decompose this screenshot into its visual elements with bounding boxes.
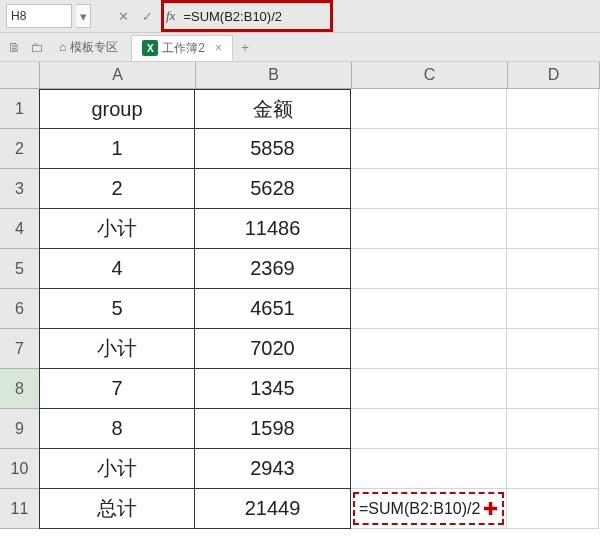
tab-label: 工作簿2 [162,40,205,57]
row-header[interactable]: 10 [0,449,40,489]
folder-icon[interactable]: 🗀 [26,37,46,57]
cell-B5[interactable]: 2369 [195,249,351,289]
col-header-B[interactable]: B [196,62,352,88]
col-header-D[interactable]: D [508,62,600,88]
col-header-C[interactable]: C [352,62,508,88]
cell-B1[interactable]: 金额 [195,89,351,129]
row-header[interactable]: 8 [0,369,40,409]
name-box-dropdown-icon[interactable]: ▾ [76,4,91,28]
select-all-corner[interactable] [0,62,40,88]
cell-A3[interactable]: 2 [39,169,195,209]
tab-label: 模板专区 [70,39,118,56]
excel-icon: X [142,40,158,56]
cell-C3[interactable] [351,169,507,209]
cursor-icon: ✚ [483,498,498,520]
cell-D8[interactable] [507,369,599,409]
cell-C2[interactable] [351,129,507,169]
cell-B3[interactable]: 5628 [195,169,351,209]
formula-input-highlight: fx =SUM(B2:B10)/2 [161,0,333,32]
cell-C6[interactable] [351,289,507,329]
cell-D3[interactable] [507,169,599,209]
cell-B6[interactable]: 4651 [195,289,351,329]
row-header[interactable]: 1 [0,89,40,129]
row-header[interactable]: 5 [0,249,40,289]
cell-D7[interactable] [507,329,599,369]
row-header[interactable]: 3 [0,169,40,209]
cell-C9[interactable] [351,409,507,449]
formula-input[interactable]: =SUM(B2:B10)/2 [183,9,282,24]
row-header[interactable]: 9 [0,409,40,449]
cell-A8[interactable]: 7 [39,369,195,409]
cell-D10[interactable] [507,449,599,489]
row-header[interactable]: 7 [0,329,40,369]
cell-C11[interactable]: =SUM(B2:B10)/2 ✚ [351,489,507,529]
cell-C5[interactable] [351,249,507,289]
file-icon[interactable]: 🗎 [4,37,24,57]
cell-B11[interactable]: 21449 [195,489,351,529]
cell-A11[interactable]: 总计 [39,489,195,529]
col-header-A[interactable]: A [40,62,196,88]
cell-A1[interactable]: group [39,89,195,129]
new-tab-icon[interactable]: + [235,37,255,57]
name-box[interactable]: H8 [6,4,72,28]
cell-C8[interactable] [351,369,507,409]
cell-B8[interactable]: 1345 [195,369,351,409]
cell-A5[interactable]: 4 [39,249,195,289]
formula-bar: H8 ▾ ✕ ✓ fx =SUM(B2:B10)/2 [0,0,600,33]
cell-B7[interactable]: 7020 [195,329,351,369]
cell-B2[interactable]: 5858 [195,129,351,169]
cell-A4[interactable]: 小计 [39,209,195,249]
close-tab-icon[interactable]: × [215,41,222,55]
formula-overlay: =SUM(B2:B10)/2 ✚ [353,492,504,525]
row-header[interactable]: 4 [0,209,40,249]
cancel-icon[interactable]: ✕ [113,5,133,27]
overlay-formula-text: =SUM(B2:B10)/2 [359,500,480,518]
cell-D6[interactable] [507,289,599,329]
cell-A2[interactable]: 1 [39,129,195,169]
cell-D9[interactable] [507,409,599,449]
cell-A10[interactable]: 小计 [39,449,195,489]
row-header[interactable]: 2 [0,129,40,169]
cell-D2[interactable] [507,129,599,169]
cell-B4[interactable]: 11486 [195,209,351,249]
cell-A7[interactable]: 小计 [39,329,195,369]
grid-body: 1 group 金额 2 1 5858 3 2 5628 4 小计 11486 [0,89,600,542]
cell-D11[interactable] [507,489,599,529]
row-header[interactable]: 11 [0,489,40,529]
accept-icon[interactable]: ✓ [137,5,157,27]
cell-C4[interactable] [351,209,507,249]
column-headers: A B C D [0,62,600,89]
cell-B10[interactable]: 2943 [195,449,351,489]
row-header[interactable]: 6 [0,289,40,329]
spreadsheet: A B C D 1 group 金额 2 1 5858 3 2 5628 4 [0,62,600,542]
cell-D5[interactable] [507,249,599,289]
home-icon: ⌂ [59,40,66,54]
tab-bar: 🗎 🗀 ⌂ 模板专区 X 工作簿2 × + [0,33,600,62]
cell-C7[interactable] [351,329,507,369]
fx-icon[interactable]: fx [166,8,175,24]
cell-A9[interactable]: 8 [39,409,195,449]
cell-C10[interactable] [351,449,507,489]
cell-D4[interactable] [507,209,599,249]
cell-D1[interactable] [507,89,599,129]
cell-B9[interactable]: 1598 [195,409,351,449]
cell-C1[interactable] [351,89,507,129]
tab-template-area[interactable]: ⌂ 模板专区 [48,34,129,60]
cell-A6[interactable]: 5 [39,289,195,329]
tab-workbook[interactable]: X 工作簿2 × [131,35,233,61]
